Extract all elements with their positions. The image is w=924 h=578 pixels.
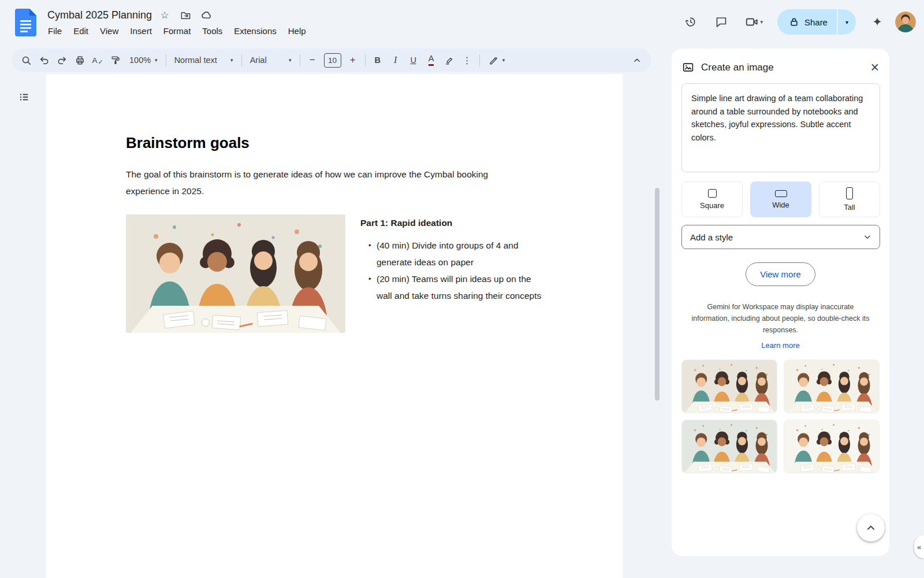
generated-image-4[interactable] (784, 420, 880, 473)
menu-edit[interactable]: Edit (68, 24, 94, 38)
version-history-icon[interactable] (678, 9, 703, 35)
highlight-color-icon[interactable] (441, 51, 458, 69)
menu-format[interactable]: Format (158, 24, 197, 38)
toolbar: A✓ 100%▾ Normal text▾ Arial▾ − 10 + B I … (12, 49, 651, 72)
bold-button[interactable]: B (369, 51, 386, 69)
menu-file[interactable]: File (42, 24, 68, 38)
font-size-input[interactable]: 10 (324, 53, 341, 68)
generated-image-grid (681, 360, 880, 473)
close-icon[interactable]: × (870, 60, 879, 75)
paragraph-style-select[interactable]: Normal text▾ (170, 51, 238, 69)
document-outline-button[interactable] (13, 86, 36, 109)
add-style-dropdown[interactable]: Add a style (681, 225, 880, 249)
toolbar-divider (479, 54, 480, 66)
wide-shape-icon (775, 190, 787, 197)
increase-font-size-icon[interactable]: + (344, 51, 362, 69)
menu-bar: File Edit View Insert Format Tools Exten… (42, 24, 312, 38)
redo-icon[interactable] (53, 51, 70, 69)
bullet-marker: • (368, 237, 377, 271)
menu-tools[interactable]: Tools (196, 24, 228, 38)
toolbar-divider (365, 54, 366, 66)
hide-menus-icon[interactable] (628, 51, 646, 69)
image-prompt-input[interactable]: Simple line art drawing of a team collab… (681, 83, 880, 172)
print-icon[interactable] (71, 51, 88, 69)
chevron-up-icon (865, 522, 877, 533)
create-image-icon (682, 61, 694, 73)
toolbar-divider (300, 54, 300, 66)
menu-insert[interactable]: Insert (124, 24, 158, 38)
bullet-text: (40 min) Divide into groups of 4 and gen… (377, 237, 542, 271)
chevron-down-icon: ▾ (155, 57, 158, 63)
move-folder-icon[interactable] (177, 7, 193, 23)
gemini-disclaimer: Gemini for Workspace may display inaccur… (688, 301, 873, 336)
document-scrollbar-thumb[interactable] (655, 188, 660, 401)
spellcheck-icon[interactable]: A✓ (89, 51, 106, 69)
toolbar-divider (166, 54, 166, 66)
zoom-select[interactable]: 100%▾ (125, 51, 162, 69)
generated-image-2[interactable] (784, 360, 880, 413)
pen-icon (488, 55, 498, 65)
toolbar-divider (241, 54, 242, 66)
avatar[interactable] (895, 12, 916, 32)
learn-more-link[interactable]: Learn more (672, 341, 889, 350)
scroll-to-top-button[interactable] (857, 514, 885, 542)
share-label: Share (804, 17, 828, 27)
view-more-button[interactable]: View more (746, 262, 815, 286)
search-icon[interactable] (17, 51, 35, 69)
aspect-tall-button[interactable]: Tall (819, 181, 880, 217)
doc-intro-paragraph[interactable]: The goal of this brainstorm is to genera… (126, 166, 504, 199)
decrease-font-size-icon[interactable]: − (304, 51, 321, 69)
doc-section-title: Part 1: Rapid ideation (360, 214, 542, 231)
aspect-ratio-options: Square Wide Tall (681, 181, 880, 217)
document-page[interactable]: Brainstorm goals The goal of this brains… (46, 74, 623, 578)
cloud-status-icon[interactable] (198, 7, 214, 23)
chevron-down-icon (863, 233, 871, 241)
gemini-sparkle-icon[interactable]: ✦ (865, 9, 890, 35)
square-shape-icon (708, 189, 717, 198)
aspect-wide-button[interactable]: Wide (750, 181, 811, 217)
font-family-select[interactable]: Arial▾ (245, 51, 296, 69)
paint-format-icon[interactable] (107, 51, 124, 69)
document-content: Brainstorm goals The goal of this brains… (46, 74, 623, 333)
text-color-button[interactable]: A (423, 51, 440, 69)
generated-image-3[interactable] (681, 420, 777, 473)
aspect-square-button[interactable]: Square (681, 181, 743, 217)
undo-icon[interactable] (35, 51, 53, 69)
chevron-down-icon: ▾ (502, 57, 505, 63)
collapse-handle[interactable]: « (914, 535, 924, 558)
bullet-text: (20 min) Teams will pin ideas up on the … (377, 271, 542, 304)
docs-logo-icon[interactable] (15, 9, 36, 36)
star-icon[interactable]: ☆ (157, 7, 173, 23)
inline-image[interactable] (126, 214, 345, 333)
bullet-marker: • (368, 271, 377, 304)
share-dropdown[interactable]: ▾ (837, 9, 856, 35)
list-item: • (40 min) Divide into groups of 4 and g… (360, 237, 542, 271)
lock-icon (789, 17, 799, 27)
meet-button[interactable]: ▾ (739, 9, 769, 35)
comments-icon[interactable] (709, 9, 734, 35)
doc-side-text[interactable]: Part 1: Rapid ideation • (40 min) Divide… (360, 214, 542, 304)
more-options-icon[interactable]: ⋮ (459, 51, 476, 69)
menu-view[interactable]: View (94, 24, 124, 38)
menu-help[interactable]: Help (282, 24, 312, 38)
document-title[interactable]: Cymbal 2025 Planning (47, 9, 152, 21)
editing-mode-select[interactable]: ▾ (483, 51, 510, 69)
panel-header: Create an image × (672, 49, 889, 83)
share-button[interactable]: Share (777, 9, 837, 35)
header-actions: ▾ Share ▾ ✦ (678, 9, 916, 35)
share-button-group: Share ▾ (777, 9, 856, 35)
doc-heading[interactable]: Brainstorm goals (126, 134, 588, 152)
chevron-down-icon: ▾ (760, 19, 763, 25)
create-image-panel: Create an image × Simple line art drawin… (672, 49, 889, 556)
tall-shape-icon (846, 187, 853, 199)
title-bar: Cymbal 2025 Planning ☆ (47, 7, 214, 23)
list-item: • (20 min) Teams will pin ideas up on th… (360, 271, 542, 304)
underline-button[interactable]: U (405, 51, 422, 69)
chevron-down-icon: ▾ (289, 57, 292, 63)
italic-button[interactable]: I (387, 51, 404, 69)
menu-extensions[interactable]: Extensions (228, 24, 282, 38)
panel-title: Create an image (701, 62, 863, 73)
chevron-down-icon: ▾ (230, 57, 233, 63)
doc-image-text-row: Part 1: Rapid ideation • (40 min) Divide… (126, 214, 588, 333)
generated-image-1[interactable] (681, 360, 777, 413)
